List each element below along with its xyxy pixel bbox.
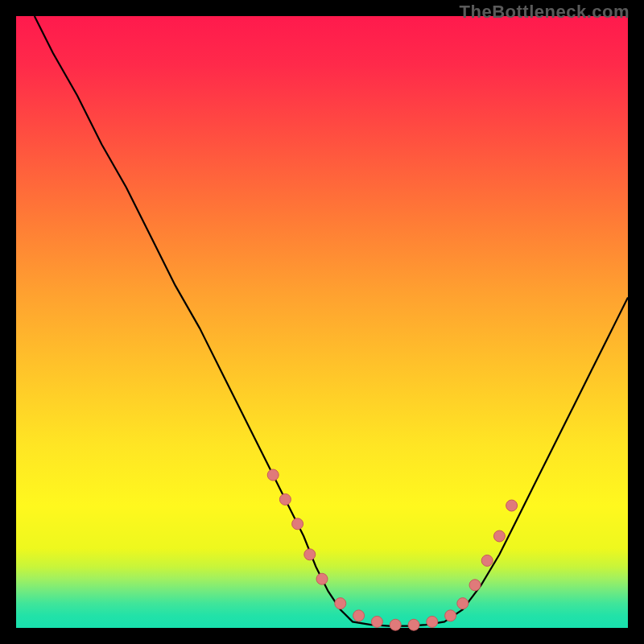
marker-point xyxy=(292,518,303,530)
curve-layer xyxy=(16,16,628,628)
bottleneck-curve xyxy=(35,16,628,626)
chart-stage: TheBottleneck.com xyxy=(0,0,644,644)
marker-point xyxy=(469,580,481,591)
marker-point xyxy=(335,598,346,609)
marker-point xyxy=(445,610,456,621)
marker-point xyxy=(279,493,291,505)
marker-point xyxy=(481,555,493,566)
marker-point xyxy=(267,469,279,481)
marker-point xyxy=(408,619,419,630)
marker-point xyxy=(493,530,505,542)
watermark-text: TheBottleneck.com xyxy=(460,2,630,23)
marker-point xyxy=(390,619,401,630)
marker-group xyxy=(267,469,517,630)
marker-point xyxy=(353,610,365,621)
marker-point xyxy=(371,616,382,627)
marker-point xyxy=(427,616,438,627)
marker-point xyxy=(457,598,469,609)
marker-point xyxy=(304,549,316,560)
marker-point xyxy=(316,573,328,584)
marker-point xyxy=(506,500,518,511)
